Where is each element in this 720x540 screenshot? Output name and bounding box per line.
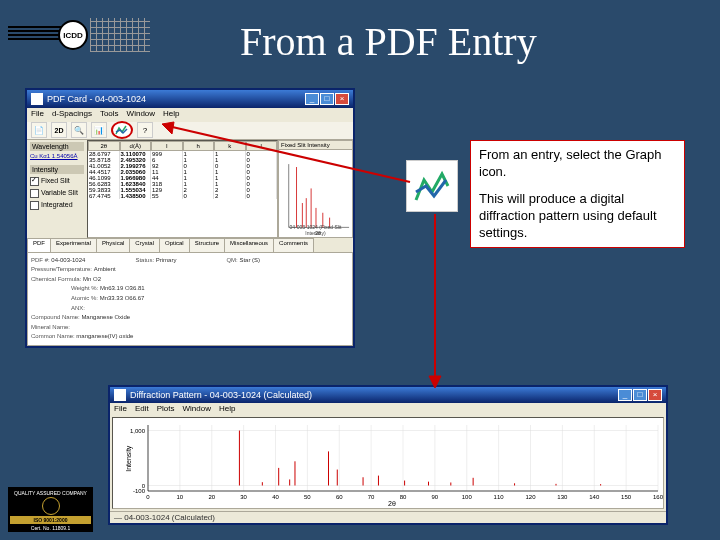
quality-badge: QUALITY ASSURED COMPANY ISO 9001:2000 Ce…	[8, 487, 93, 532]
svg-text:110: 110	[494, 494, 505, 500]
app-icon	[31, 93, 43, 105]
diffraction-window: Diffraction Pattern - 04-003-1024 (Calcu…	[108, 385, 668, 525]
svg-text:-100: -100	[133, 488, 146, 494]
details-panel: PDF #: 04-003-1024 Status: Primary QM: S…	[27, 252, 353, 346]
svg-text:0: 0	[146, 494, 150, 500]
svg-text:1,000: 1,000	[130, 427, 146, 433]
svg-marker-11	[162, 122, 174, 134]
tab-physical[interactable]: Physical	[96, 238, 130, 252]
menu-window[interactable]: Window	[182, 404, 210, 414]
integrated-checkbox[interactable]	[30, 201, 39, 210]
tab-crystal[interactable]: Crystal	[129, 238, 160, 252]
tab-experimental[interactable]: Experimental	[50, 238, 97, 252]
toolbar-2d-button[interactable]: 2D	[51, 122, 67, 138]
menu-file[interactable]: File	[114, 404, 127, 414]
close-button[interactable]: ×	[335, 93, 349, 105]
arrow-to-graph-icon	[160, 120, 420, 190]
tab-structure[interactable]: Structure	[189, 238, 225, 252]
svg-text:100: 100	[462, 494, 473, 500]
svg-text:50: 50	[304, 494, 311, 500]
menu-tools[interactable]: Tools	[100, 109, 119, 121]
menu-edit[interactable]: Edit	[135, 404, 149, 414]
menu-file[interactable]: File	[31, 109, 44, 121]
svg-text:70: 70	[368, 494, 375, 500]
diffraction-titlebar[interactable]: Diffraction Pattern - 04-003-1024 (Calcu…	[110, 387, 666, 403]
svg-marker-13	[429, 376, 441, 388]
settings-panel: Wavelength Cu Kα1 1.54056Å Intensity Fix…	[27, 140, 87, 238]
svg-text:40: 40	[272, 494, 279, 500]
diffraction-plot[interactable]: Intensity 010203040506070809010011012013…	[112, 417, 664, 509]
pdf-card-titlebar[interactable]: PDF Card - 04-003-1024 _ □ ×	[27, 90, 353, 108]
mini-graph-caption: 04-003-1024 (Fixed Slit Intensity)	[279, 224, 352, 236]
menu-help[interactable]: Help	[163, 109, 179, 121]
toolbar-help-button[interactable]: ?	[137, 122, 153, 138]
menu-plots[interactable]: Plots	[157, 404, 175, 414]
svg-text:20: 20	[208, 494, 215, 500]
toolbar-btn-4[interactable]: 📊	[91, 122, 107, 138]
callout-text-1: From an entry, select the Graph icon.	[479, 147, 676, 181]
instruction-callout: From an entry, select the Graph icon. Th…	[470, 140, 685, 248]
icdd-logo: ICDD	[8, 8, 148, 48]
diffraction-title: Diffraction Pattern - 04-003-1024 (Calcu…	[130, 390, 312, 400]
fixed-slit-checkbox[interactable]	[30, 177, 39, 186]
diffraction-menubar: File Edit Plots Window Help	[110, 403, 666, 415]
menu-dspacings[interactable]: d-Spacings	[52, 109, 92, 121]
toolbar-btn-1[interactable]: 📄	[31, 122, 47, 138]
diffraction-statusbar: — 04-003-1024 (Calculated)	[110, 511, 666, 523]
x-axis-label: 2θ	[388, 500, 396, 507]
app-icon	[114, 389, 126, 401]
pdf-card-title: PDF Card - 04-003-1024	[47, 94, 146, 104]
graph-icon-button[interactable]	[111, 121, 133, 139]
svg-text:10: 10	[177, 494, 184, 500]
callout-text-2: This will produce a digital diffraction …	[479, 191, 676, 242]
diffraction-chart: 0102030405060708090100110120130140150160…	[113, 418, 663, 508]
variable-slit-checkbox[interactable]	[30, 189, 39, 198]
minimize-button[interactable]: _	[618, 389, 632, 401]
toolbar-btn-3[interactable]: 🔍	[71, 122, 87, 138]
arrow-to-diffraction	[425, 214, 445, 389]
svg-text:80: 80	[400, 494, 407, 500]
y-axis-label: Intensity	[125, 446, 132, 472]
graph-icon	[115, 124, 129, 136]
maximize-button[interactable]: □	[320, 93, 334, 105]
svg-text:60: 60	[336, 494, 343, 500]
intensity-header: Intensity	[30, 165, 84, 174]
close-button[interactable]: ×	[648, 389, 662, 401]
slide-title: From a PDF Entry	[240, 18, 537, 65]
svg-text:0: 0	[142, 482, 146, 488]
svg-text:150: 150	[621, 494, 632, 500]
minimize-button[interactable]: _	[305, 93, 319, 105]
svg-text:30: 30	[240, 494, 247, 500]
svg-line-10	[168, 126, 410, 182]
menu-help[interactable]: Help	[219, 404, 235, 414]
tab-optical[interactable]: Optical	[159, 238, 190, 252]
menu-window[interactable]: Window	[127, 109, 155, 121]
tab-misc[interactable]: Miscellaneous	[224, 238, 274, 252]
wavelength-header: Wavelength	[30, 142, 84, 151]
table-row[interactable]: 67.47451.43850055020	[88, 193, 277, 199]
svg-text:130: 130	[557, 494, 568, 500]
maximize-button[interactable]: □	[633, 389, 647, 401]
wavelength-value[interactable]: Cu Kα1 1.54056Å	[30, 153, 84, 159]
logo-text: ICDD	[58, 20, 88, 50]
svg-text:120: 120	[525, 494, 536, 500]
svg-text:90: 90	[432, 494, 439, 500]
svg-text:140: 140	[589, 494, 600, 500]
tab-pdf[interactable]: PDF	[27, 238, 51, 252]
svg-text:160: 160	[653, 494, 663, 500]
